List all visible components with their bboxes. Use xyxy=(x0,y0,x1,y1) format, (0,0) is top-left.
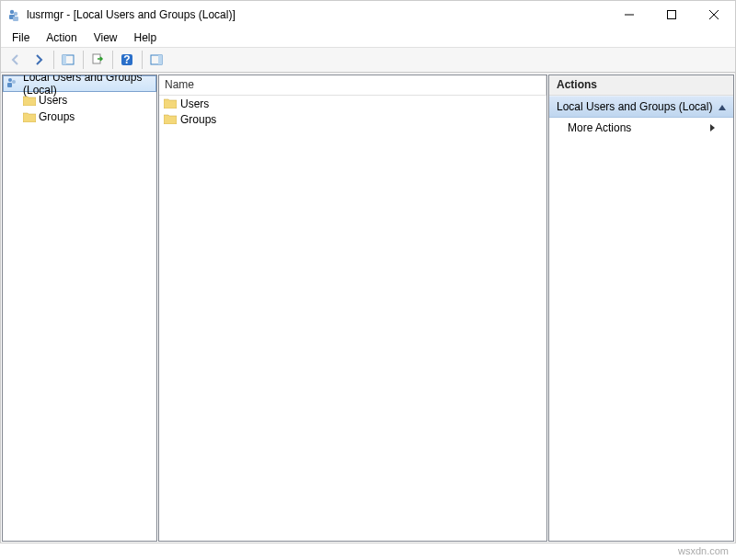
svg-point-0 xyxy=(10,10,14,14)
close-button[interactable] xyxy=(693,1,735,29)
window-title: lusrmgr - [Local Users and Groups (Local… xyxy=(27,8,608,21)
app-icon xyxy=(6,7,21,22)
actions-section-header[interactable]: Local Users and Groups (Local) xyxy=(549,96,733,118)
menu-help[interactable]: Help xyxy=(127,29,165,46)
toolbar-separator xyxy=(53,51,54,69)
column-header-name[interactable]: Name xyxy=(159,75,546,95)
more-actions-label: More Actions xyxy=(568,121,631,134)
svg-rect-14 xyxy=(158,55,162,64)
maximize-button[interactable] xyxy=(650,1,693,29)
list-item-label: Groups xyxy=(180,113,216,126)
actions-pane: Actions Local Users and Groups (Local) M… xyxy=(548,74,734,542)
list-item-users[interactable]: Users xyxy=(159,96,546,111)
export-list-button[interactable] xyxy=(86,49,109,71)
help-button[interactable]: ? xyxy=(116,49,138,71)
show-hide-tree-button[interactable] xyxy=(57,49,79,71)
menu-bar: File Action View Help xyxy=(1,29,735,47)
svg-text:?: ? xyxy=(123,53,130,66)
snapin-icon xyxy=(6,76,20,92)
folder-icon xyxy=(23,112,36,122)
actions-pane-title: Actions xyxy=(549,75,733,96)
tree-item-label: Groups xyxy=(39,110,75,123)
toolbar-separator xyxy=(83,51,84,69)
tree-pane[interactable]: Local Users and Groups (Local) Users Gro… xyxy=(2,74,157,542)
actions-more-actions[interactable]: More Actions xyxy=(549,118,733,138)
menu-view[interactable]: View xyxy=(86,29,125,46)
svg-point-15 xyxy=(8,78,12,82)
watermark: wsxdn.com xyxy=(678,545,729,556)
collapse-icon xyxy=(719,100,726,113)
list-header: Name xyxy=(159,75,546,96)
toolbar-separator xyxy=(112,51,113,69)
list-pane[interactable]: Name Users Groups xyxy=(158,74,547,542)
list-item-label: Users xyxy=(180,97,209,110)
tree-item-label: Users xyxy=(39,94,67,107)
list-item-groups[interactable]: Groups xyxy=(159,111,546,127)
title-bar: lusrmgr - [Local Users and Groups (Local… xyxy=(1,1,735,29)
tree-item-groups[interactable]: Groups xyxy=(3,109,156,125)
folder-icon xyxy=(23,96,36,106)
svg-rect-17 xyxy=(7,83,12,87)
folder-icon xyxy=(164,98,177,109)
app-window: lusrmgr - [Local Users and Groups (Local… xyxy=(0,0,736,543)
svg-rect-5 xyxy=(668,11,676,19)
svg-rect-9 xyxy=(63,55,66,64)
menu-action[interactable]: Action xyxy=(39,29,84,46)
tree-root-local-users-groups[interactable]: Local Users and Groups (Local) xyxy=(3,75,156,92)
show-hide-action-pane-button[interactable] xyxy=(145,49,167,71)
content-area: Local Users and Groups (Local) Users Gro… xyxy=(1,73,735,543)
svg-point-16 xyxy=(12,80,16,84)
toolbar: ? xyxy=(1,47,735,73)
folder-icon xyxy=(164,114,177,124)
back-button xyxy=(5,49,27,71)
window-controls xyxy=(608,1,735,29)
svg-rect-3 xyxy=(13,17,18,21)
forward-button[interactable] xyxy=(28,49,50,71)
toolbar-separator xyxy=(142,51,143,69)
list-body: Users Groups xyxy=(159,96,546,541)
submenu-arrow-icon xyxy=(710,121,715,134)
actions-section-label: Local Users and Groups (Local) xyxy=(557,100,712,113)
menu-file[interactable]: File xyxy=(5,29,37,46)
minimize-button[interactable] xyxy=(608,1,650,29)
